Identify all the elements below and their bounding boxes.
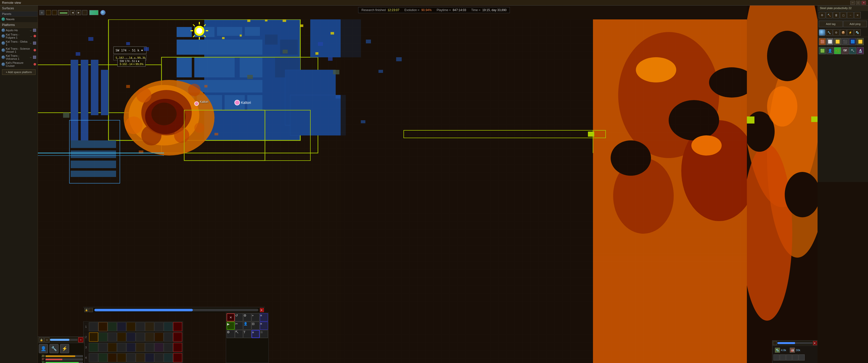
rp-grid-icon-3[interactable]: 🟨 bbox=[834, 38, 841, 45]
ri-2[interactable] bbox=[780, 355, 786, 361]
action-slot-9[interactable]: ⊟ bbox=[252, 322, 260, 330]
action-slot-3[interactable]: ⚙ bbox=[243, 314, 251, 321]
platform-item-aquilo-ho[interactable]: Aquilo Ho → bbox=[0, 28, 38, 33]
inv-slot-2-10[interactable] bbox=[173, 332, 182, 341]
inv-slot-2-4[interactable] bbox=[117, 332, 126, 341]
restore-button[interactable]: □ bbox=[856, 1, 861, 5]
add-ping-button[interactable]: Add ping bbox=[843, 21, 867, 27]
rp-btn-close[interactable]: ✕ bbox=[854, 12, 861, 19]
rp-grid-icon-6[interactable]: 🟨 bbox=[857, 38, 864, 45]
map-next-btn[interactable]: ► bbox=[76, 10, 81, 15]
inv-slot-2-2[interactable] bbox=[98, 332, 107, 341]
bottom-toolbar-btn2[interactable] bbox=[89, 308, 93, 312]
action-slot-10[interactable]: ≡ bbox=[260, 322, 268, 330]
ri-4[interactable] bbox=[792, 355, 798, 361]
rp-grid-icon-2[interactable]: ⬜ bbox=[826, 38, 833, 45]
rp-icon-planet[interactable] bbox=[819, 29, 825, 36]
rp-icon-gear[interactable]: ⚙ bbox=[833, 29, 839, 36]
minimize-button[interactable]: ─ bbox=[850, 1, 855, 5]
action-slot-11[interactable]: ⚙ bbox=[226, 330, 235, 338]
inv-slot-4-2[interactable] bbox=[98, 353, 107, 362]
rp-grid-icon-4[interactable]: ⬛ bbox=[841, 38, 848, 45]
inv-slot-3-6[interactable] bbox=[136, 343, 145, 352]
inv-slot-2-1[interactable] bbox=[89, 332, 98, 341]
inv-slot-2-3[interactable] bbox=[108, 332, 117, 341]
rp-icon-box[interactable]: 📦 bbox=[840, 29, 846, 36]
inv-slot-3-10[interactable] bbox=[173, 343, 182, 352]
character-icon-3[interactable]: ⚡ bbox=[60, 344, 69, 353]
character-icon-2[interactable]: 🔧 bbox=[50, 344, 59, 353]
rp-grid-icon-8[interactable]: 👤 bbox=[826, 47, 833, 54]
inv-slot-1-4[interactable] bbox=[117, 322, 126, 331]
inv-slot-3-3[interactable] bbox=[108, 343, 117, 352]
inv-slot-4-5[interactable] bbox=[126, 353, 135, 362]
planet-selector[interactable] bbox=[100, 10, 105, 15]
inv-slot-4-7[interactable] bbox=[145, 353, 154, 362]
action-slot-4[interactable]: + bbox=[252, 314, 260, 321]
platform-item-gleba[interactable]: Kal Trans - Gleba 1 → bbox=[0, 40, 38, 46]
bru-close[interactable]: ✕ bbox=[813, 341, 817, 345]
inv-slot-2-7[interactable] bbox=[145, 332, 154, 341]
inv-slot-2-9[interactable] bbox=[164, 332, 173, 341]
close-button[interactable]: ✕ bbox=[862, 1, 866, 5]
map-prev-btn[interactable]: ◄ bbox=[70, 10, 75, 15]
inv-slot-2-8[interactable] bbox=[154, 332, 163, 341]
platform-item-volcanus[interactable]: Kal Trans - Volcanus 1 → bbox=[0, 54, 38, 61]
blui-btn1[interactable]: 🔒 bbox=[39, 337, 44, 342]
ri-3[interactable] bbox=[786, 355, 792, 361]
rp-grid-icon-9[interactable]: 🌿 bbox=[834, 47, 841, 54]
platform-item-fulgara[interactable]: Kal Trans - Fulgara 1 → bbox=[0, 33, 38, 40]
ri-1[interactable] bbox=[773, 355, 779, 361]
ri-5[interactable] bbox=[799, 355, 805, 361]
inv-slot-2-6[interactable] bbox=[136, 332, 145, 341]
rp-btn-arrow[interactable]: → bbox=[847, 12, 854, 19]
inv-slot-4-9[interactable] bbox=[164, 353, 173, 362]
action-slot-2[interactable]: ↺ bbox=[235, 314, 243, 321]
inv-slot-4-1[interactable] bbox=[89, 353, 98, 362]
inv-slot-4-8[interactable] bbox=[154, 353, 163, 362]
rp-grid-icon-7[interactable]: 🟩 bbox=[819, 47, 826, 54]
inv-slot-1-3[interactable] bbox=[108, 322, 117, 331]
add-platform-button[interactable]: + Add space platform bbox=[2, 69, 36, 75]
platform-item-pleasure-cruiser[interactable]: Kal's Pleasure Cruiser bbox=[0, 61, 38, 68]
rp-grid-icon-11[interactable]: ⛏ bbox=[849, 47, 856, 54]
inv-slot-3-1[interactable] bbox=[89, 343, 98, 352]
rp-btn-copy[interactable]: ◻ bbox=[840, 12, 846, 19]
inv-slot-4-4[interactable] bbox=[117, 353, 126, 362]
bru-btn1[interactable] bbox=[773, 341, 777, 345]
rp-grid-icon-1[interactable]: 🟫 bbox=[819, 38, 826, 45]
rp-icon-more1[interactable]: 🔩 bbox=[854, 29, 861, 36]
bottom-toolbar-close[interactable]: ✕ bbox=[260, 308, 264, 312]
inv-slot-1-8[interactable] bbox=[154, 322, 163, 331]
nauvis-item[interactable]: Nauvis bbox=[0, 16, 38, 22]
blui-btn2[interactable]: ⊙ bbox=[44, 337, 50, 342]
rp-icon-wrench[interactable]: 🔧 bbox=[826, 29, 832, 36]
inv-slot-3-7[interactable] bbox=[145, 343, 154, 352]
inv-slot-4-3[interactable] bbox=[108, 353, 117, 362]
action-slot-6[interactable]: ▶ bbox=[226, 322, 235, 330]
inv-slot-3-8[interactable] bbox=[154, 343, 163, 352]
rp-grid-icon-12[interactable]: 🔬 bbox=[857, 47, 864, 54]
inv-slot-1-2[interactable] bbox=[98, 322, 107, 331]
action-slot-13[interactable]: T bbox=[243, 330, 251, 338]
inv-slot-4-6[interactable] bbox=[136, 353, 145, 362]
inv-slot-1-5[interactable] bbox=[126, 322, 135, 331]
rp-grid-icon-5[interactable]: 🟦 bbox=[849, 38, 856, 45]
action-slot-15[interactable]: ☆ bbox=[260, 330, 268, 338]
action-slot-8[interactable]: 👤 bbox=[243, 322, 251, 330]
inv-slot-2-5[interactable] bbox=[126, 332, 135, 341]
inv-slot-1-1[interactable] bbox=[89, 322, 98, 331]
map-btn-2[interactable] bbox=[52, 10, 57, 15]
inv-slot-1-7[interactable] bbox=[145, 322, 154, 331]
inv-slot-4-10[interactable] bbox=[173, 353, 182, 362]
inv-slot-1-10[interactable] bbox=[173, 322, 182, 331]
rp-btn-trash[interactable]: 🗑 bbox=[833, 12, 839, 19]
action-slot-7[interactable]: ✂ bbox=[235, 322, 243, 330]
bottom-toolbar-lock[interactable]: 🔒 bbox=[84, 308, 88, 312]
inv-slot-3-9[interactable] bbox=[164, 343, 173, 352]
inv-slot-3-4[interactable] bbox=[117, 343, 126, 352]
map-btn-3[interactable] bbox=[82, 10, 87, 15]
inv-slot-1-9[interactable] bbox=[164, 322, 173, 331]
add-tag-button[interactable]: Add tag bbox=[819, 21, 843, 27]
character-icon-1[interactable]: 👤 bbox=[39, 344, 48, 353]
